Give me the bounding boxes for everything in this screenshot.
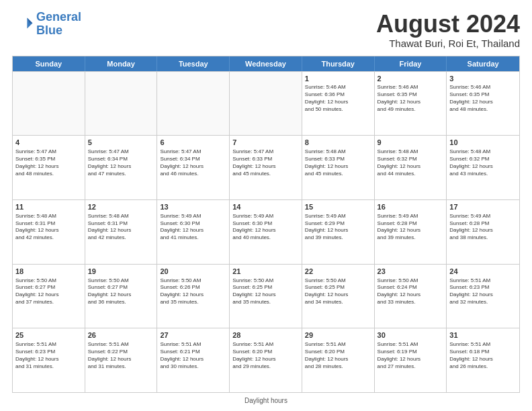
day-number: 19: [88, 267, 154, 277]
day-cell-3: 3Sunrise: 5:46 AM Sunset: 6:35 PM Daylig…: [447, 72, 519, 136]
logo-blue: Blue: [36, 24, 62, 37]
day-number: 3: [449, 74, 517, 84]
day-cell-11: 11Sunrise: 5:48 AM Sunset: 6:31 PM Dayli…: [13, 200, 85, 264]
day-cell-28: 28Sunrise: 5:51 AM Sunset: 6:20 PM Dayli…: [230, 328, 302, 392]
day-number: 18: [15, 267, 82, 277]
week-row-3: 11Sunrise: 5:48 AM Sunset: 6:31 PM Dayli…: [13, 199, 519, 264]
day-cell-25: 25Sunrise: 5:51 AM Sunset: 6:23 PM Dayli…: [13, 328, 85, 392]
day-info: Sunrise: 5:48 AM Sunset: 6:32 PM Dayligh…: [378, 148, 444, 177]
day-cell-10: 10Sunrise: 5:48 AM Sunset: 6:32 PM Dayli…: [447, 136, 519, 199]
day-of-week-sunday: Sunday: [13, 56, 85, 71]
day-cell-27: 27Sunrise: 5:51 AM Sunset: 6:21 PM Dayli…: [157, 328, 230, 392]
day-info: Sunrise: 5:51 AM Sunset: 6:21 PM Dayligh…: [160, 341, 226, 370]
page: General Blue August 2024 Thawat Buri, Ro…: [0, 0, 532, 411]
empty-cell: [85, 72, 158, 136]
day-info: Sunrise: 5:49 AM Sunset: 6:30 PM Dayligh…: [232, 213, 299, 242]
day-cell-15: 15Sunrise: 5:49 AM Sunset: 6:29 PM Dayli…: [302, 200, 375, 264]
logo-icon: [12, 13, 34, 35]
day-cell-7: 7Sunrise: 5:47 AM Sunset: 6:33 PM Daylig…: [230, 136, 302, 199]
day-number: 28: [232, 330, 299, 340]
footer: Daylight hours: [12, 397, 520, 404]
day-cell-29: 29Sunrise: 5:51 AM Sunset: 6:20 PM Dayli…: [302, 328, 375, 392]
day-cell-13: 13Sunrise: 5:49 AM Sunset: 6:30 PM Dayli…: [157, 200, 230, 264]
day-info: Sunrise: 5:48 AM Sunset: 6:31 PM Dayligh…: [88, 213, 154, 242]
day-cell-19: 19Sunrise: 5:50 AM Sunset: 6:27 PM Dayli…: [85, 265, 158, 328]
day-cell-2: 2Sunrise: 5:46 AM Sunset: 6:35 PM Daylig…: [375, 72, 447, 136]
day-cell-14: 14Sunrise: 5:49 AM Sunset: 6:30 PM Dayli…: [230, 200, 302, 264]
day-number: 11: [15, 202, 82, 212]
logo-text: General Blue: [36, 11, 81, 38]
day-number: 21: [232, 267, 299, 277]
day-number: 27: [160, 330, 226, 340]
empty-cell: [230, 72, 302, 136]
week-row-5: 25Sunrise: 5:51 AM Sunset: 6:23 PM Dayli…: [13, 328, 519, 392]
day-info: Sunrise: 5:47 AM Sunset: 6:35 PM Dayligh…: [15, 148, 82, 177]
day-number: 1: [305, 74, 371, 84]
day-cell-12: 12Sunrise: 5:48 AM Sunset: 6:31 PM Dayli…: [85, 200, 158, 264]
day-cell-6: 6Sunrise: 5:47 AM Sunset: 6:34 PM Daylig…: [157, 136, 230, 199]
week-row-2: 4Sunrise: 5:47 AM Sunset: 6:35 PM Daylig…: [13, 135, 519, 199]
day-number: 26: [88, 330, 154, 340]
day-info: Sunrise: 5:51 AM Sunset: 6:20 PM Dayligh…: [305, 341, 371, 370]
day-info: Sunrise: 5:51 AM Sunset: 6:19 PM Dayligh…: [378, 341, 444, 370]
day-info: Sunrise: 5:49 AM Sunset: 6:28 PM Dayligh…: [378, 213, 444, 242]
logo-general: General: [36, 10, 81, 24]
day-cell-22: 22Sunrise: 5:50 AM Sunset: 6:25 PM Dayli…: [302, 265, 375, 328]
title-block: August 2024 Thawat Buri, Roi Et, Thailan…: [376, 11, 520, 49]
day-of-week-thursday: Thursday: [302, 56, 375, 71]
day-number: 6: [160, 138, 226, 148]
day-info: Sunrise: 5:49 AM Sunset: 6:28 PM Dayligh…: [449, 213, 517, 242]
day-number: 2: [378, 74, 444, 84]
day-cell-21: 21Sunrise: 5:50 AM Sunset: 6:25 PM Dayli…: [230, 265, 302, 328]
day-cell-18: 18Sunrise: 5:50 AM Sunset: 6:27 PM Dayli…: [13, 265, 85, 328]
day-info: Sunrise: 5:50 AM Sunset: 6:27 PM Dayligh…: [15, 277, 82, 306]
day-info: Sunrise: 5:50 AM Sunset: 6:26 PM Dayligh…: [160, 277, 226, 306]
day-number: 23: [378, 267, 444, 277]
day-cell-9: 9Sunrise: 5:48 AM Sunset: 6:32 PM Daylig…: [375, 136, 447, 199]
day-info: Sunrise: 5:48 AM Sunset: 6:33 PM Dayligh…: [305, 148, 371, 177]
day-info: Sunrise: 5:48 AM Sunset: 6:31 PM Dayligh…: [15, 213, 82, 242]
day-info: Sunrise: 5:51 AM Sunset: 6:23 PM Dayligh…: [15, 341, 82, 370]
day-info: Sunrise: 5:51 AM Sunset: 6:18 PM Dayligh…: [449, 341, 517, 370]
header: General Blue August 2024 Thawat Buri, Ro…: [12, 11, 520, 49]
day-info: Sunrise: 5:46 AM Sunset: 6:35 PM Dayligh…: [449, 84, 517, 113]
day-info: Sunrise: 5:51 AM Sunset: 6:22 PM Dayligh…: [88, 341, 154, 370]
day-number: 24: [449, 267, 517, 277]
day-number: 20: [160, 267, 226, 277]
day-number: 16: [378, 202, 444, 212]
day-number: 8: [305, 138, 371, 148]
day-cell-5: 5Sunrise: 5:47 AM Sunset: 6:34 PM Daylig…: [85, 136, 158, 199]
day-number: 25: [15, 330, 82, 340]
day-cell-23: 23Sunrise: 5:50 AM Sunset: 6:24 PM Dayli…: [375, 265, 447, 328]
day-info: Sunrise: 5:50 AM Sunset: 6:25 PM Dayligh…: [305, 277, 371, 306]
day-cell-24: 24Sunrise: 5:51 AM Sunset: 6:23 PM Dayli…: [447, 265, 519, 328]
day-info: Sunrise: 5:46 AM Sunset: 6:35 PM Dayligh…: [378, 84, 444, 113]
day-number: 9: [378, 138, 444, 148]
day-cell-4: 4Sunrise: 5:47 AM Sunset: 6:35 PM Daylig…: [13, 136, 85, 199]
day-of-week-friday: Friday: [375, 56, 447, 71]
day-cell-26: 26Sunrise: 5:51 AM Sunset: 6:22 PM Dayli…: [85, 328, 158, 392]
calendar: SundayMondayTuesdayWednesdayThursdayFrid…: [12, 56, 520, 393]
day-cell-16: 16Sunrise: 5:49 AM Sunset: 6:28 PM Dayli…: [375, 200, 447, 264]
day-number: 14: [232, 202, 299, 212]
day-number: 31: [449, 330, 517, 340]
location: Thawat Buri, Roi Et, Thailand: [376, 38, 520, 49]
day-cell-31: 31Sunrise: 5:51 AM Sunset: 6:18 PM Dayli…: [447, 328, 519, 392]
day-info: Sunrise: 5:51 AM Sunset: 6:23 PM Dayligh…: [449, 277, 517, 306]
day-info: Sunrise: 5:47 AM Sunset: 6:34 PM Dayligh…: [88, 148, 154, 177]
day-info: Sunrise: 5:47 AM Sunset: 6:33 PM Dayligh…: [232, 148, 299, 177]
day-info: Sunrise: 5:47 AM Sunset: 6:34 PM Dayligh…: [160, 148, 226, 177]
day-info: Sunrise: 5:50 AM Sunset: 6:24 PM Dayligh…: [378, 277, 444, 306]
day-number: 4: [15, 138, 82, 148]
day-number: 22: [305, 267, 371, 277]
day-of-week-saturday: Saturday: [447, 56, 519, 71]
day-info: Sunrise: 5:50 AM Sunset: 6:27 PM Dayligh…: [88, 277, 154, 306]
day-info: Sunrise: 5:49 AM Sunset: 6:29 PM Dayligh…: [305, 213, 371, 242]
empty-cell: [13, 72, 85, 136]
day-number: 30: [378, 330, 444, 340]
day-info: Sunrise: 5:50 AM Sunset: 6:25 PM Dayligh…: [232, 277, 299, 306]
day-info: Sunrise: 5:49 AM Sunset: 6:30 PM Dayligh…: [160, 213, 226, 242]
calendar-body: 1Sunrise: 5:46 AM Sunset: 6:36 PM Daylig…: [13, 71, 519, 392]
calendar-header: SundayMondayTuesdayWednesdayThursdayFrid…: [13, 56, 519, 71]
day-number: 5: [88, 138, 154, 148]
